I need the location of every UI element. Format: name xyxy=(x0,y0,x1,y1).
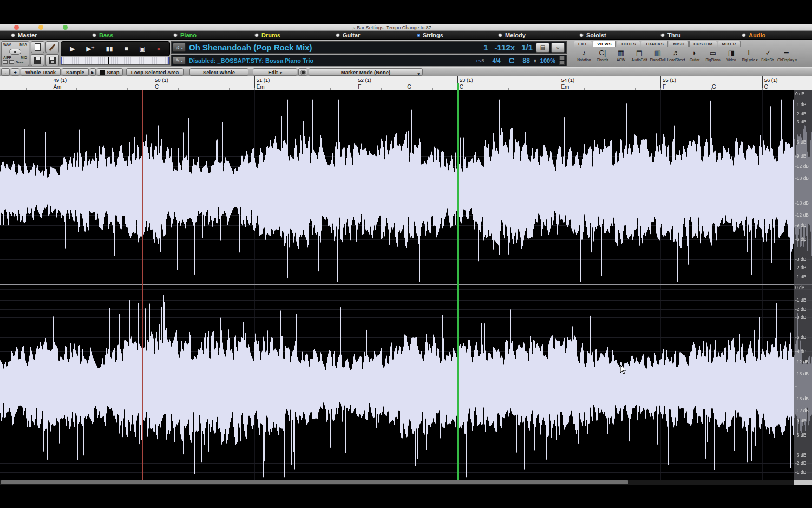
song-position-strip[interactable] xyxy=(61,57,170,65)
settings-gear-button[interactable] xyxy=(298,68,307,76)
horizontal-scrollbar[interactable] xyxy=(0,480,812,485)
timeline-ruler[interactable]: 49 (1)Am50 (1)C51 (1)Em52 (1)FG53 (1)C54… xyxy=(0,76,812,90)
save-button[interactable] xyxy=(31,54,44,66)
memo-button[interactable]: ▤ xyxy=(536,43,549,53)
view-button-chdisplay[interactable]: ≣ChDisplay ▾ xyxy=(777,48,796,67)
audio-knob[interactable] xyxy=(9,49,21,55)
track-audio[interactable]: Audio xyxy=(731,31,812,39)
sample-button[interactable]: Sample xyxy=(62,68,89,76)
track-strings[interactable]: Strings xyxy=(406,31,487,39)
waveform-area[interactable]: 0 dB-1 dB-2 dB-3 dB-6 dB-9 dB-12 dB-18 d… xyxy=(0,90,812,480)
track-dot[interactable] xyxy=(660,33,665,37)
track-dot[interactable] xyxy=(254,33,259,37)
view-button-audioedit[interactable]: ▤AudioEdit xyxy=(630,48,649,67)
track-dot[interactable] xyxy=(173,33,178,37)
track-master[interactable]: Master xyxy=(0,31,81,39)
view-button-leadsheet[interactable]: ♬LeadSheet xyxy=(667,48,685,67)
timeline-playhead[interactable] xyxy=(457,83,459,90)
tab-tracks[interactable]: TRACKS xyxy=(641,41,668,47)
mini-icon[interactable] xyxy=(9,60,14,64)
position-cursor[interactable] xyxy=(108,57,109,64)
pause-button[interactable]: ▮▮ xyxy=(106,45,113,52)
loop-selected-area-button[interactable]: Loop Selected Area xyxy=(126,68,184,76)
time-signature[interactable]: 4/4 xyxy=(492,57,500,64)
tempo-spinner[interactable]: ▲▼ xyxy=(534,58,536,63)
stop-button[interactable]: ■ xyxy=(124,45,128,52)
save-as-button[interactable] xyxy=(45,54,59,66)
snap-toggle[interactable]: Snap xyxy=(97,68,123,76)
play-button[interactable]: ▶ xyxy=(70,45,75,52)
track-drums[interactable]: Drums xyxy=(244,31,325,39)
key-value[interactable]: C xyxy=(509,56,515,65)
tempo-value[interactable]: 88 xyxy=(523,57,530,64)
view-button-pianoroll[interactable]: ▥PianoRoll xyxy=(649,48,667,67)
tab-custom[interactable]: CUSTOM xyxy=(689,41,717,47)
jump-button[interactable]: ▣ xyxy=(139,45,145,52)
style-picker-button[interactable]: ✎ ▾ xyxy=(173,56,186,64)
divider xyxy=(505,57,505,64)
song-note-button[interactable]: ♫ ▾ xyxy=(173,43,186,52)
view-button-biglyric[interactable]: LBigLyric ▾ xyxy=(741,48,759,67)
waveform-canvas[interactable] xyxy=(0,90,812,480)
view-button-guitar[interactable]: ◗Guitar xyxy=(685,48,704,67)
track-piano[interactable]: Piano xyxy=(162,31,244,39)
zoom-buttons[interactable] xyxy=(559,56,565,65)
play-from-button[interactable]: ▶⁺ xyxy=(86,45,95,52)
new-song-button[interactable] xyxy=(31,41,44,53)
track-dot[interactable] xyxy=(11,33,15,37)
track-dot[interactable] xyxy=(579,33,584,37)
track-guitar[interactable]: Guitar xyxy=(325,31,406,39)
zoom-out-button[interactable]: - xyxy=(1,68,10,76)
tab-misc[interactable]: MISC xyxy=(669,41,689,47)
track-melody[interactable]: Melody xyxy=(487,31,568,39)
scrollbar-thumb[interactable] xyxy=(1,480,628,484)
open-song-button[interactable] xyxy=(45,41,59,53)
close-window-button[interactable] xyxy=(14,25,19,30)
track-bass[interactable]: Bass xyxy=(81,31,162,39)
view-button-notation[interactable]: ♪Notation xyxy=(575,48,593,67)
sample-dropdown-button[interactable]: ▸ xyxy=(90,68,96,76)
tab-file[interactable]: FILE xyxy=(574,41,592,47)
zoom-in-button[interactable]: + xyxy=(11,68,19,76)
loop-point-button[interactable]: ○ xyxy=(551,43,565,53)
notation-icon: ♪ xyxy=(575,48,593,58)
style-box[interactable]: ✎ ▾ Disabled: _BOSSAPT.STY: Bossa Piano … xyxy=(171,55,567,66)
marker-mode-dropdown[interactable]: Marker Mode (None)▾ xyxy=(309,68,423,76)
beat-tick xyxy=(737,88,737,90)
view-button-bigpiano[interactable]: ▭BigPiano xyxy=(704,48,722,67)
save-mini-button[interactable]: Save xyxy=(16,61,23,64)
edit-dropdown-button[interactable]: Edit▾ xyxy=(253,68,297,76)
maximize-window-button[interactable] xyxy=(63,25,68,30)
track-thru[interactable]: Thru xyxy=(650,31,731,39)
zoom-value[interactable]: 100% xyxy=(540,57,555,64)
minimize-window-button[interactable] xyxy=(38,25,43,30)
chord-label: Am xyxy=(53,84,61,90)
track-dot[interactable] xyxy=(417,34,420,37)
record-button[interactable]: ● xyxy=(156,45,160,52)
snap-checkbox[interactable] xyxy=(100,70,105,75)
m4a-button[interactable]: M4A xyxy=(19,43,27,47)
aiff-button[interactable]: AIFF xyxy=(3,56,11,60)
view-button-video[interactable]: ◨Video xyxy=(722,48,741,67)
wav-button[interactable]: WAV xyxy=(3,43,11,47)
mid-button[interactable]: MID xyxy=(21,56,27,60)
feel-value[interactable]: ev8 xyxy=(476,58,484,63)
save-mini-row: Save xyxy=(3,60,28,64)
track-dot[interactable] xyxy=(336,33,340,37)
select-whole-button[interactable]: Select Whole xyxy=(189,68,248,76)
track-dot[interactable] xyxy=(742,33,746,37)
tab-tools[interactable]: TOOLS xyxy=(617,41,640,47)
tab-mixer[interactable]: MIXER xyxy=(718,41,741,47)
view-button-chords[interactable]: C|Chords xyxy=(593,48,612,67)
whole-track-button[interactable]: Whole Track xyxy=(21,68,61,76)
view-button-acw[interactable]: ▦ACW xyxy=(612,48,630,67)
mini-icon[interactable] xyxy=(3,60,8,64)
track-soloist[interactable]: Soloist xyxy=(568,31,650,39)
view-button-fakesh[interactable]: ✓FakeSh. xyxy=(759,48,777,67)
tab-views[interactable]: VIEWS xyxy=(593,41,616,47)
song-title-box[interactable]: ♫ ▾ Oh Shenandoah (Pop Rock Mix) 1 -112x… xyxy=(171,41,567,54)
track-dot[interactable] xyxy=(92,33,96,37)
db-label: -6 dB xyxy=(795,432,806,438)
track-dot[interactable] xyxy=(498,33,502,37)
biglyric-icon: L xyxy=(741,48,759,58)
